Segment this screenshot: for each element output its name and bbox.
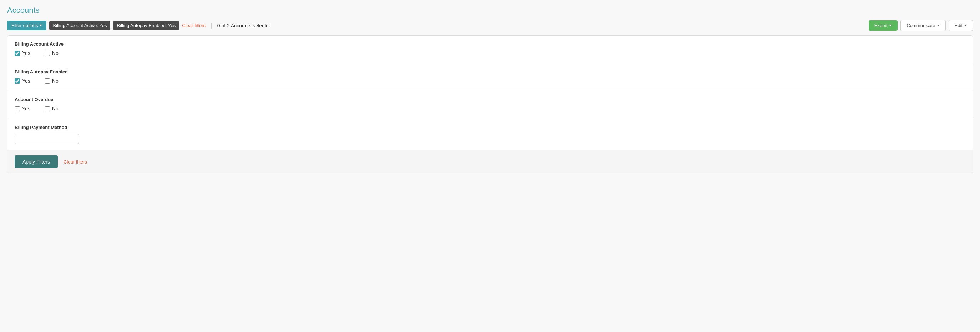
filter-options-label: Filter options	[11, 23, 38, 28]
filter-tag-autopay: Billing Autopay Enabled: Yes	[113, 21, 179, 30]
billing-active-no-checkbox[interactable]	[45, 51, 50, 56]
billing-active-yes-label[interactable]: Yes	[14, 50, 30, 56]
chevron-down-icon	[39, 25, 42, 26]
edit-button[interactable]: Edit	[948, 20, 973, 31]
accounts-selected-text: 0 of 2 Accounts selected	[217, 23, 272, 28]
toolbar-divider: |	[210, 22, 212, 29]
filter-section-autopay-title: Billing Autopay Enabled	[14, 69, 966, 74]
account-overdue-yes-checkbox[interactable]	[14, 106, 20, 112]
billing-active-yes-text: Yes	[22, 50, 30, 56]
account-overdue-no-checkbox[interactable]	[45, 106, 50, 112]
page-title: Accounts	[7, 6, 973, 15]
account-overdue-checkboxes: Yes No	[14, 106, 966, 113]
communicate-button[interactable]: Communicate	[900, 20, 945, 31]
filter-panel: Billing Account Active Yes No Billing Au…	[7, 35, 973, 174]
account-overdue-no-label[interactable]: No	[45, 106, 59, 112]
filter-section-active: Billing Account Active Yes No	[8, 36, 972, 63]
billing-active-yes-checkbox[interactable]	[14, 51, 20, 56]
account-overdue-yes-label[interactable]: Yes	[14, 106, 30, 112]
filter-actions: Apply Filters Clear filters	[8, 150, 972, 173]
filter-section-active-title: Billing Account Active	[14, 41, 966, 47]
billing-payment-method-input[interactable]	[14, 134, 79, 144]
billing-autopay-checkboxes: Yes No	[14, 78, 966, 85]
billing-autopay-no-checkbox[interactable]	[45, 78, 50, 84]
billing-autopay-yes-text: Yes	[22, 78, 30, 84]
billing-autopay-yes-label[interactable]: Yes	[14, 78, 30, 84]
export-label: Export	[874, 23, 888, 28]
filter-tag-active: Billing Account Active: Yes	[49, 21, 110, 30]
communicate-label: Communicate	[907, 23, 935, 28]
export-chevron-icon	[889, 25, 892, 26]
billing-active-no-label[interactable]: No	[45, 50, 59, 56]
toolbar-right: Export Communicate Edit	[869, 20, 973, 31]
billing-autopay-yes-checkbox[interactable]	[14, 78, 20, 84]
edit-label: Edit	[955, 23, 963, 28]
billing-active-no-text: No	[52, 50, 59, 56]
communicate-chevron-icon	[937, 25, 940, 26]
export-button[interactable]: Export	[869, 20, 898, 31]
toolbar-left: Filter options Billing Account Active: Y…	[7, 21, 866, 30]
filter-section-payment-method: Billing Payment Method	[8, 119, 972, 150]
apply-filters-button[interactable]: Apply Filters	[14, 155, 58, 168]
billing-autopay-no-text: No	[52, 78, 59, 84]
filter-section-overdue-title: Account Overdue	[14, 97, 966, 102]
filter-tag-autopay-label: Billing Autopay Enabled: Yes	[117, 23, 176, 28]
account-overdue-no-text: No	[52, 106, 59, 112]
clear-filters-button[interactable]: Clear filters	[64, 159, 87, 164]
filter-section-autopay: Billing Autopay Enabled Yes No	[8, 63, 972, 91]
filter-tag-active-label: Billing Account Active: Yes	[53, 23, 107, 28]
filter-section-overdue: Account Overdue Yes No	[8, 91, 972, 119]
filter-section-payment-method-title: Billing Payment Method	[14, 125, 966, 130]
edit-chevron-icon	[964, 25, 967, 26]
billing-autopay-no-label[interactable]: No	[45, 78, 59, 84]
clear-filters-link-toolbar[interactable]: Clear filters	[182, 23, 205, 28]
account-overdue-yes-text: Yes	[22, 106, 30, 112]
toolbar: Filter options Billing Account Active: Y…	[7, 20, 973, 31]
billing-active-checkboxes: Yes No	[14, 50, 966, 57]
filter-options-button[interactable]: Filter options	[7, 21, 46, 30]
